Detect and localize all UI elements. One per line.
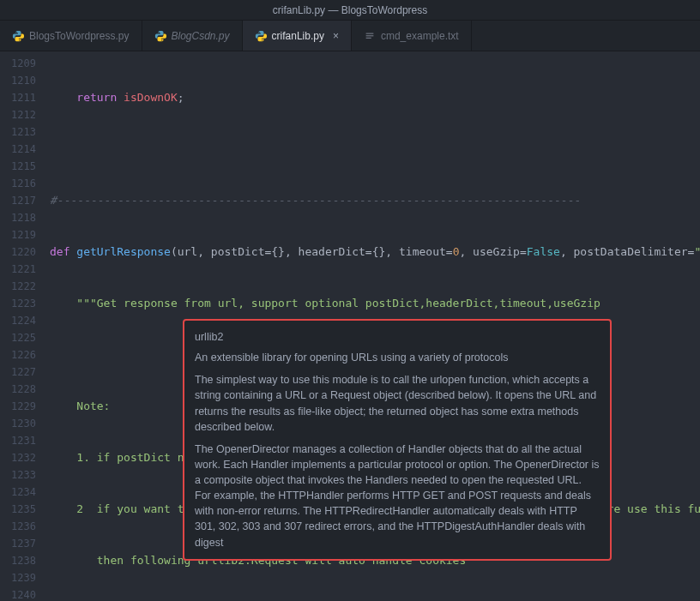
line-number: 1226 — [0, 346, 36, 364]
line-number: 1219 — [0, 226, 36, 243]
line-number: 1236 — [0, 518, 36, 535]
tab-label: BlogCsdn.py — [172, 30, 230, 42]
line-number: 1230 — [0, 415, 36, 432]
line-number: 1225 — [0, 329, 36, 346]
line-number: 1234 — [0, 484, 36, 501]
python-icon — [154, 30, 166, 42]
tooltip-paragraph: An extensible library for opening URLs u… — [195, 350, 600, 365]
code-line: return isDownOK; — [50, 89, 700, 106]
line-number: 1223 — [0, 295, 36, 312]
line-number: 1209 — [0, 55, 36, 72]
editor-pane[interactable]: 1209121012111212121312141215121612171218… — [0, 51, 700, 601]
tab-bar: BlogsToWordpress.py BlogCsdn.py crifanLi… — [0, 21, 700, 51]
line-number: 1221 — [0, 261, 36, 278]
line-number: 1211 — [0, 89, 36, 106]
tab-label: cmd_example.txt — [381, 30, 459, 42]
tooltip-paragraph: The OpenerDirector manages a collection … — [195, 442, 600, 550]
window-titlebar: crifanLib.py — BlogsToWordpress — [0, 0, 700, 21]
tab-crifanlib[interactable]: crifanLib.py × — [243, 21, 352, 51]
line-number: 1214 — [0, 141, 36, 158]
window-title: crifanLib.py — BlogsToWordpress — [273, 4, 428, 16]
line-number: 1238 — [0, 552, 36, 569]
svg-rect-2 — [366, 37, 371, 38]
line-number: 1240 — [0, 586, 36, 601]
line-number: 1232 — [0, 449, 36, 466]
python-icon — [255, 30, 267, 42]
line-number: 1217 — [0, 192, 36, 209]
line-number: 1215 — [0, 158, 36, 175]
svg-rect-1 — [366, 35, 374, 36]
line-number: 1231 — [0, 432, 36, 449]
tab-cmdexample[interactable]: cmd_example.txt — [352, 21, 472, 51]
line-number-gutter: 1209121012111212121312141215121612171218… — [0, 51, 43, 601]
line-number: 1220 — [0, 243, 36, 261]
code-line — [50, 141, 700, 158]
line-number: 1218 — [0, 209, 36, 226]
code-line: def getUrlResponse(url, postDict={}, hea… — [50, 243, 700, 261]
line-number: 1237 — [0, 535, 36, 552]
line-number: 1212 — [0, 106, 36, 123]
line-number: 1213 — [0, 123, 36, 141]
line-number: 1224 — [0, 312, 36, 329]
code-line: """Get response from url, support option… — [50, 295, 700, 312]
tooltip-paragraph: The simplest way to use this module is t… — [195, 372, 600, 435]
code-line: #---------------------------------------… — [50, 192, 700, 209]
hover-tooltip: urllib2 An extensible library for openin… — [183, 319, 612, 561]
line-number: 1216 — [0, 175, 36, 192]
python-icon — [12, 30, 24, 42]
svg-rect-0 — [366, 33, 374, 33]
line-number: 1233 — [0, 466, 36, 484]
line-number: 1235 — [0, 501, 36, 518]
tab-label: BlogsToWordpress.py — [29, 30, 130, 42]
line-number: 1210 — [0, 72, 36, 89]
line-number: 1227 — [0, 364, 36, 381]
tab-label: crifanLib.py — [272, 30, 324, 42]
text-file-icon — [364, 30, 376, 42]
line-number: 1229 — [0, 398, 36, 415]
close-icon[interactable]: × — [333, 30, 339, 42]
tooltip-title: urllib2 — [195, 329, 600, 345]
tab-blogcsdn[interactable]: BlogCsdn.py — [142, 21, 243, 51]
line-number: 1228 — [0, 381, 36, 398]
code-area[interactable]: return isDownOK; #----------------------… — [43, 51, 700, 601]
tab-blogstowordpress[interactable]: BlogsToWordpress.py — [0, 21, 142, 51]
line-number: 1222 — [0, 278, 36, 295]
line-number: 1239 — [0, 569, 36, 586]
